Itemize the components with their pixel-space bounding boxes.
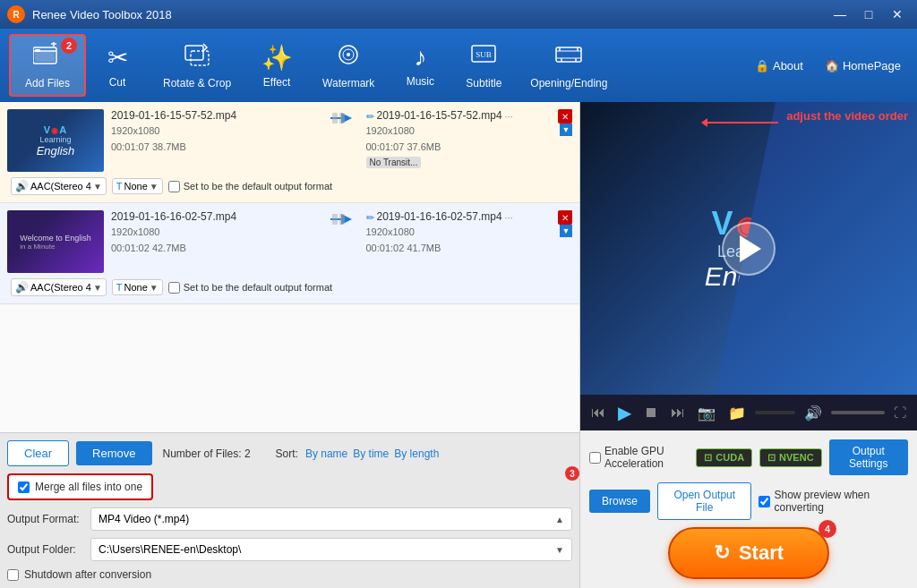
right-bottom-row2: Browse Open Output File Show preview whe… bbox=[589, 482, 908, 520]
output-folder-select[interactable]: C:\Users\RENEE-en\Desktop\ ▼ bbox=[90, 538, 572, 561]
toolbar-item-opening-ending[interactable]: Opening/Ending bbox=[516, 34, 621, 97]
start-label: Start bbox=[739, 541, 784, 565]
start-button[interactable]: ↻ Start bbox=[668, 527, 829, 579]
home-icon: 🏠 bbox=[825, 59, 839, 72]
file-controls-row: 🔊 AAC(Stereo 4 ▼ T None ▼ Set to be the … bbox=[7, 278, 572, 296]
minimize-button[interactable]: — bbox=[827, 4, 853, 24]
start-section: ↻ Start 4 bbox=[589, 527, 908, 579]
skip-forward-button[interactable]: ⏭ bbox=[667, 403, 689, 422]
start-badge-wrap: ↻ Start 4 bbox=[668, 527, 829, 579]
window-controls: — □ ✕ bbox=[827, 4, 910, 24]
set-default-checkbox[interactable] bbox=[168, 181, 180, 192]
sort-by-length[interactable]: By length bbox=[394, 447, 439, 460]
maximize-button[interactable]: □ bbox=[856, 4, 881, 24]
sort-by-time[interactable]: By time bbox=[353, 447, 389, 460]
gpu-checkbox[interactable] bbox=[589, 452, 601, 464]
show-preview-checkbox[interactable] bbox=[758, 496, 770, 507]
audio-select[interactable]: 🔊 AAC(Stereo 4 ▼ bbox=[11, 278, 107, 296]
about-label: About bbox=[773, 59, 803, 72]
show-preview-check: Show preview when converting bbox=[758, 489, 908, 514]
file-thumbnail: V◉A Learning English bbox=[7, 109, 104, 172]
set-default-label: Set to be the default output format bbox=[184, 282, 332, 293]
add-files-icon bbox=[33, 42, 62, 73]
step-badge-4: 4 bbox=[818, 520, 836, 538]
input-filename: 2019-01-16-15-57-52.mp4 bbox=[111, 109, 318, 122]
bottom-bar: Clear Remove Number of Files: 2 Sort: By… bbox=[0, 432, 579, 588]
toolbar-item-add-files[interactable]: 2 Add Files bbox=[9, 34, 86, 97]
set-default-label: Set to be the default output format bbox=[184, 181, 332, 192]
svg-point-10 bbox=[347, 53, 350, 56]
subtitle-select[interactable]: T None ▼ bbox=[112, 279, 163, 295]
subtitle-t-icon: T bbox=[116, 181, 123, 192]
move-down-button[interactable]: ▼ bbox=[560, 124, 572, 136]
output-format-select[interactable]: MP4 Video (*.mp4) ▲ bbox=[90, 507, 572, 531]
edit-output-icon[interactable]: ✏ bbox=[366, 212, 374, 224]
folder-button[interactable]: 📁 bbox=[724, 403, 750, 423]
add-files-badge: 2 bbox=[61, 38, 77, 54]
close-file-button[interactable]: ✕ bbox=[558, 210, 572, 225]
svg-rect-3 bbox=[35, 49, 40, 52]
progress-bar[interactable] bbox=[755, 411, 795, 414]
output-filename: 2019-01-16-15-57-52.mp4 bbox=[377, 109, 502, 122]
opening-ending-icon bbox=[554, 42, 583, 73]
toolbar-item-watermark[interactable]: Watermark bbox=[308, 34, 389, 97]
gpu-label: Enable GPU Acceleration bbox=[604, 445, 689, 470]
subtitle-label: None bbox=[124, 181, 148, 192]
input-filename: 2019-01-16-16-02-57.mp4 bbox=[111, 210, 318, 223]
toolbar-item-rotate-crop[interactable]: Rotate & Crop bbox=[149, 34, 245, 97]
toolbar-item-music[interactable]: ♪ Music bbox=[389, 34, 451, 97]
start-refresh-icon: ↻ bbox=[714, 541, 730, 565]
step-badge-3: 3 bbox=[565, 466, 579, 481]
bottom-controls-top: Clear Remove Number of Files: 2 Sort: By… bbox=[7, 440, 572, 466]
play-pause-button[interactable]: ▶ bbox=[614, 400, 635, 425]
volume-slider[interactable] bbox=[831, 411, 885, 414]
audio-label: AAC(Stereo 4 bbox=[30, 282, 91, 293]
move-down-button[interactable]: ▼ bbox=[560, 225, 572, 237]
edit-output-icon[interactable]: ✏ bbox=[366, 111, 374, 123]
sort-by-name[interactable]: By name bbox=[305, 447, 347, 460]
toolbar-item-cut[interactable]: ✂ Cut bbox=[86, 34, 149, 97]
toolbar-item-subtitle[interactable]: SUB Subtitle bbox=[451, 34, 516, 97]
browse-button[interactable]: Browse bbox=[589, 490, 650, 513]
merge-checkbox[interactable] bbox=[18, 481, 30, 493]
close-file-button[interactable]: ✕ bbox=[558, 109, 572, 124]
effect-label: Effect bbox=[263, 76, 290, 89]
adjust-arrow bbox=[707, 122, 778, 124]
sort-label: Sort: bbox=[276, 447, 298, 460]
set-default-check: Set to be the default output format bbox=[168, 282, 332, 294]
cut-icon: ✂ bbox=[107, 43, 128, 72]
homepage-label: HomePage bbox=[843, 59, 901, 72]
nvidia-nvenc-icon: ⊡ bbox=[767, 452, 776, 464]
close-button[interactable]: ✕ bbox=[885, 4, 910, 24]
toolbar-item-effect[interactable]: ✨ Effect bbox=[245, 34, 308, 97]
homepage-nav[interactable]: 🏠 HomePage bbox=[818, 55, 908, 76]
play-button[interactable] bbox=[722, 222, 776, 276]
svg-rect-20 bbox=[332, 113, 338, 124]
shutdown-checkbox[interactable] bbox=[7, 569, 19, 581]
video-controls: ⏮ ▶ ⏹ ⏭ 📷 📁 🔊 ⛶ bbox=[580, 395, 917, 430]
open-output-button[interactable]: Open Output File bbox=[657, 482, 751, 520]
remove-button[interactable]: Remove bbox=[76, 441, 151, 465]
rotate-icon bbox=[184, 42, 210, 73]
fullscreen-button[interactable]: ⛶ bbox=[890, 404, 910, 422]
screenshot-button[interactable]: 📷 bbox=[694, 403, 719, 423]
svg-rect-22 bbox=[332, 214, 338, 225]
about-nav[interactable]: 🔒 About bbox=[748, 55, 810, 76]
convert-arrow bbox=[325, 210, 359, 233]
add-files-label: Add Files bbox=[25, 77, 70, 89]
cut-label: Cut bbox=[109, 76, 126, 89]
volume-icon[interactable]: 🔊 bbox=[801, 403, 826, 423]
music-label: Music bbox=[407, 75, 434, 88]
set-default-checkbox[interactable] bbox=[168, 282, 180, 294]
stop-button[interactable]: ⏹ bbox=[640, 403, 662, 422]
audio-select[interactable]: 🔊 AAC(Stereo 4 ▼ bbox=[11, 177, 107, 195]
file-controls-row: 🔊 AAC(Stereo 4 ▼ T None ▼ Set to be the … bbox=[7, 177, 572, 195]
clear-button[interactable]: Clear bbox=[7, 440, 69, 466]
output-settings-button[interactable]: Output Settings bbox=[829, 439, 908, 475]
shutdown-label: Shutdown after conversion bbox=[24, 568, 151, 581]
right-bottom: Enable GPU Acceleration ⊡ CUDA ⊡ NVENC O… bbox=[580, 430, 917, 588]
svg-rect-21 bbox=[339, 113, 345, 124]
skip-back-button[interactable]: ⏮ bbox=[587, 403, 609, 422]
opening-ending-label: Opening/Ending bbox=[530, 77, 607, 89]
subtitle-select[interactable]: T None ▼ bbox=[112, 178, 163, 194]
